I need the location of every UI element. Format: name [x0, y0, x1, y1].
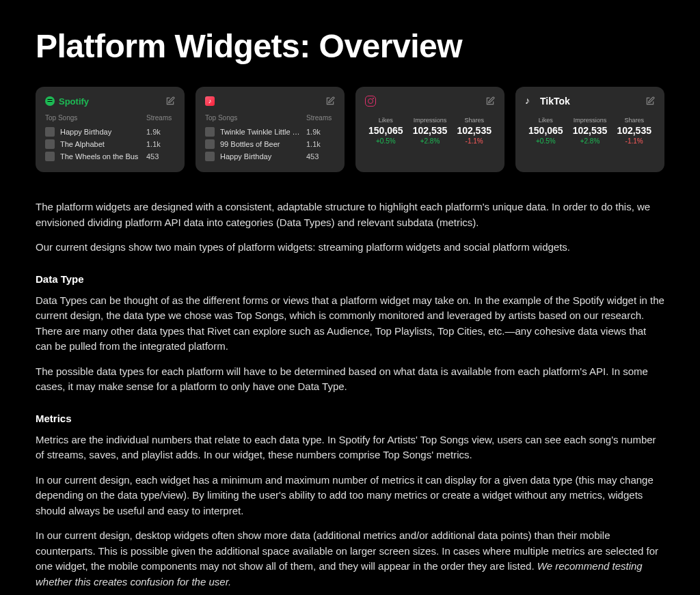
metric-label: Impressions	[409, 117, 451, 124]
metric-cell: Shares 102,535 -1.1%	[613, 117, 655, 145]
section-heading-metrics: Metrics	[36, 413, 664, 424]
widget-instagram: Likes 150,065 +0.5% Impressions 102,535 …	[355, 87, 504, 172]
body-paragraph: Metrics are the individual numbers that …	[36, 432, 664, 463]
metric-value: 150,065	[525, 125, 567, 136]
instagram-icon	[365, 96, 376, 107]
song-name: The Wheels on the Bus	[60, 152, 141, 161]
metric-value: 102,535	[453, 125, 495, 136]
album-art-icon	[205, 139, 215, 149]
metric-value: 102,535	[569, 125, 611, 136]
list-item: Happy Birthday 1.9k	[45, 126, 175, 138]
list-item: Happy Birthday 453	[205, 150, 335, 163]
song-name: The Alphabet	[60, 140, 141, 148]
tiktok-icon	[525, 96, 535, 106]
page-title: Platform Widgets: Overview	[36, 27, 664, 65]
brand-label: Spotify	[59, 96, 89, 107]
widget-apple-music: ♪ Top Songs Streams Twinkle Twinkle Litt…	[196, 87, 345, 172]
body-paragraph: The possible data types for each platfor…	[36, 364, 664, 395]
body-paragraph: In our current design, desktop widgets o…	[36, 528, 664, 590]
metric-value: 102,535	[613, 125, 655, 136]
song-value: 1.9k	[306, 128, 335, 136]
intro-paragraph: Our current designs show two main types …	[36, 240, 664, 255]
song-value: 1.1k	[306, 140, 335, 148]
song-name: 99 Bottles of Beer	[220, 140, 301, 148]
metric-delta: -1.1%	[453, 137, 495, 145]
metric-value: 102,535	[409, 125, 451, 136]
metric-cell: Likes 150,065 +0.5%	[365, 117, 407, 145]
brand-instagram	[365, 96, 376, 107]
song-name: Happy Birthday	[220, 152, 301, 161]
body-paragraph: Data Types can be thought of as the diff…	[36, 293, 664, 355]
song-value: 453	[306, 152, 335, 161]
edit-icon[interactable]	[165, 96, 175, 106]
spotify-icon	[45, 96, 55, 106]
album-art-icon	[45, 152, 55, 161]
section-heading-data-type: Data Type	[36, 273, 664, 285]
album-art-icon	[205, 152, 215, 161]
brand-tiktok: TikTok	[525, 96, 570, 107]
metric-delta: +2.8%	[409, 137, 451, 145]
song-value: 1.9k	[146, 128, 175, 136]
edit-icon[interactable]	[325, 96, 335, 106]
intro-paragraph: The platform widgets are designed with a…	[36, 199, 664, 230]
metric-cell: Shares 102,535 -1.1%	[453, 117, 495, 145]
col-header-metric: Streams	[146, 114, 175, 122]
edit-icon[interactable]	[645, 96, 655, 106]
brand-spotify: Spotify	[45, 96, 89, 107]
col-header-metric: Streams	[306, 114, 335, 122]
metric-delta: +0.5%	[525, 137, 567, 145]
list-item: 99 Bottles of Beer 1.1k	[205, 138, 335, 150]
widget-row-top: Spotify Top Songs Streams Happy Birthday…	[36, 87, 664, 172]
brand-apple-music: ♪	[205, 96, 215, 106]
metric-cell: Impressions 102,535 +2.8%	[409, 117, 451, 145]
metric-delta: -1.1%	[613, 137, 655, 145]
album-art-icon	[205, 127, 215, 137]
widget-spotify: Spotify Top Songs Streams Happy Birthday…	[36, 87, 185, 172]
metric-cell: Impressions 102,535 +2.8%	[569, 117, 611, 145]
metric-label: Shares	[613, 117, 655, 124]
list-item: The Wheels on the Bus 453	[45, 150, 175, 163]
metric-delta: +2.8%	[569, 137, 611, 145]
list-item: The Alphabet 1.1k	[45, 138, 175, 150]
metric-label: Likes	[525, 117, 567, 124]
metric-value: 150,065	[365, 125, 407, 136]
metric-delta: +0.5%	[365, 137, 407, 145]
metric-label: Likes	[365, 117, 407, 124]
metric-cell: Likes 150,065 +0.5%	[525, 117, 567, 145]
metric-label: Impressions	[569, 117, 611, 124]
body-paragraph: In our current design, each widget has a…	[36, 473, 664, 519]
album-art-icon	[45, 139, 55, 149]
brand-label: TikTok	[540, 96, 570, 107]
song-name: Happy Birthday	[60, 128, 141, 136]
song-name: Twinkle Twinkle Little Star	[220, 128, 301, 136]
album-art-icon	[45, 127, 55, 137]
apple-music-icon: ♪	[205, 96, 215, 106]
col-header-label: Top Songs	[45, 114, 141, 122]
col-header-label: Top Songs	[205, 114, 301, 122]
metric-label: Shares	[453, 117, 495, 124]
song-value: 1.1k	[146, 140, 175, 148]
edit-icon[interactable]	[485, 96, 495, 106]
list-item: Twinkle Twinkle Little Star 1.9k	[205, 126, 335, 138]
song-value: 453	[146, 152, 175, 161]
widget-tiktok: TikTok Likes 150,065 +0.5% Impressions 1…	[515, 87, 664, 172]
